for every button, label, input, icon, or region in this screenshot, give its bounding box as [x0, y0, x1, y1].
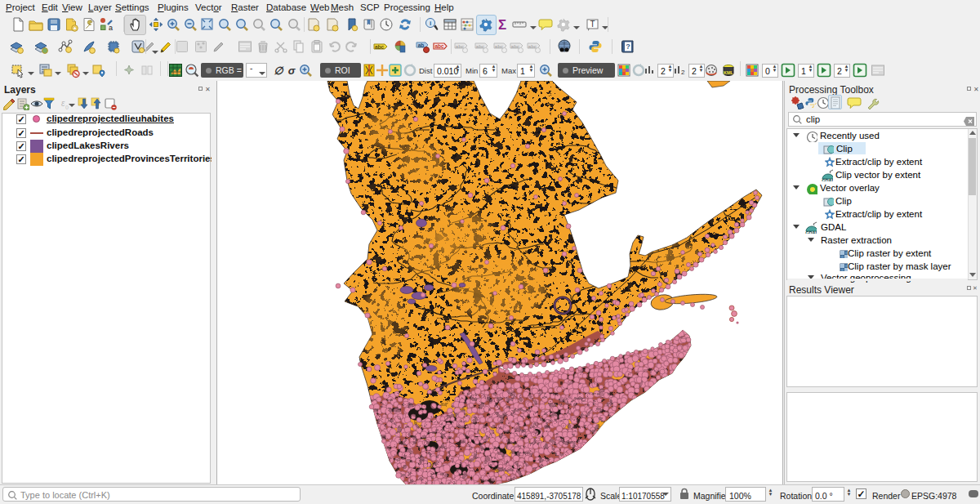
svg-text:abc: abc: [511, 44, 520, 49]
svg-text:T: T: [590, 20, 595, 29]
svg-text:abc: abc: [476, 44, 485, 49]
svg-text:abc: abc: [434, 43, 444, 49]
svg-text:Σ: Σ: [498, 17, 506, 33]
svg-text:i: i: [430, 20, 431, 27]
svg-text:GDAL: GDAL: [822, 178, 833, 182]
svg-text:abc: abc: [495, 44, 504, 49]
svg-text:ab: ab: [418, 42, 425, 48]
svg-text:abc: abc: [528, 44, 537, 49]
svg-text:KML: KML: [724, 70, 734, 75]
svg-text:a: a: [109, 24, 113, 32]
svg-text:abc: abc: [456, 44, 465, 49]
svg-text:abc: abc: [375, 44, 385, 50]
svg-text:2: 2: [681, 69, 685, 76]
svg-text:?: ?: [626, 42, 630, 51]
svg-text:GDAL: GDAL: [805, 230, 817, 234]
svg-text:σ: σ: [288, 65, 296, 77]
